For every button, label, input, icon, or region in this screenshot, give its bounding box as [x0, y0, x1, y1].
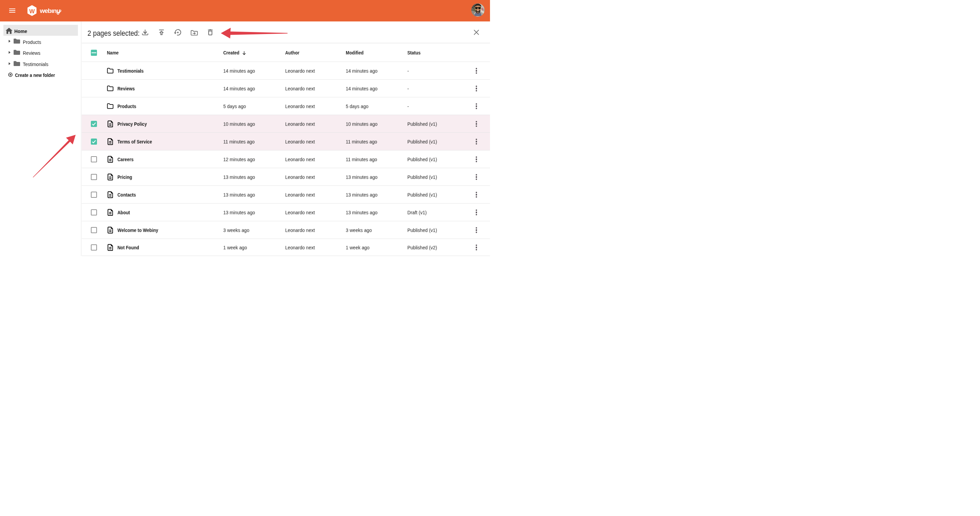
svg-text:W: W: [29, 8, 35, 14]
